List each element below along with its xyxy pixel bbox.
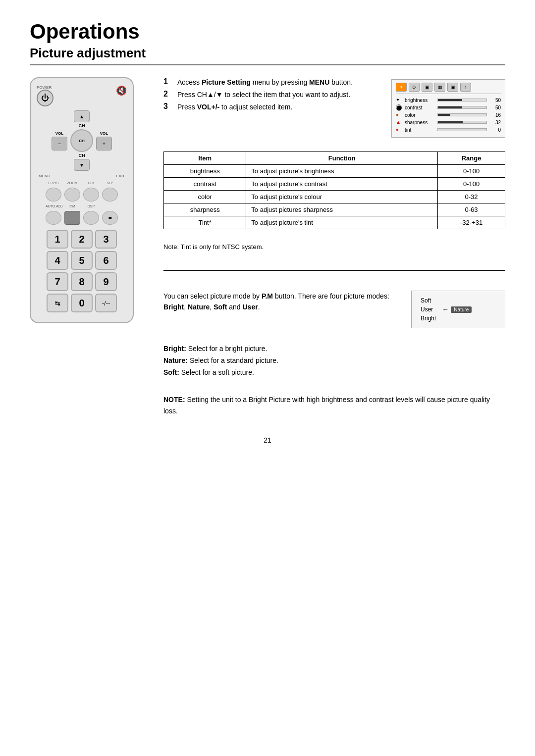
item-contrast: contrast — [164, 178, 246, 191]
menu-label-color: color — [405, 112, 434, 118]
swap-button[interactable]: ↹ — [47, 294, 68, 312]
sharpness-fill — [438, 121, 463, 123]
slp-button[interactable] — [102, 188, 118, 202]
num2-button[interactable]: 2 — [71, 230, 93, 249]
tab-sun[interactable]: ☀ — [396, 83, 407, 92]
pm-arrow-row: ← Nature — [442, 305, 472, 313]
num9-button[interactable]: 9 — [95, 272, 117, 291]
ch-down-button[interactable]: ▼ — [74, 159, 90, 171]
clk-button[interactable] — [83, 188, 99, 202]
soft-desc: Soft: Select for a soft picture. — [163, 367, 505, 379]
step-3-num: 3 — [163, 102, 172, 111]
pm-list: Soft User Bright — [420, 297, 437, 322]
pm-item-user: User — [420, 306, 437, 313]
num0-button[interactable]: 0 — [71, 294, 93, 312]
tab-grid2[interactable]: ▦ — [434, 83, 445, 92]
menu-row-sharpness: ▲ sharpness 32 — [396, 119, 501, 125]
center-ch-label: CH — [79, 139, 85, 143]
num6-button[interactable]: 6 — [95, 251, 117, 270]
adjustment-table: Item Function Range brightness To adjust… — [163, 151, 505, 229]
pm-item-soft: Soft — [420, 297, 437, 304]
autoadj-button[interactable] — [46, 211, 61, 225]
step-2-text: Press CH▲/▼ to select the item that you … — [177, 90, 350, 100]
sharpness-value: 32 — [490, 120, 501, 125]
exit-label: EXIT — [116, 174, 125, 178]
ch-label-bottom: CH — [79, 153, 85, 158]
step-1-num: 1 — [163, 77, 172, 86]
item-tint: Tint* — [164, 216, 246, 229]
tab-arrow[interactable]: ↑ — [460, 83, 471, 92]
item-brightness: brightness — [164, 165, 246, 178]
csys-label: C.SYS — [46, 181, 61, 185]
dsp-button[interactable] — [83, 211, 99, 225]
right-content: 1 Access Picture Setting menu by pressin… — [163, 77, 505, 416]
page-number: 21 — [30, 436, 505, 444]
table-header-range: Range — [438, 152, 505, 165]
btn-row1 — [37, 188, 127, 202]
autoadj-label: AUTO.ADJ — [46, 204, 61, 208]
range-brightness: 0-100 — [438, 165, 505, 178]
tint-value: 0 — [490, 127, 501, 133]
num3-button[interactable]: 3 — [95, 230, 117, 249]
menu-row-tint: ● tint 0 — [396, 127, 501, 133]
nature-desc: Nature: Select for a standard picture. — [163, 355, 505, 367]
menu-tabs: ☀ ⊙ ▣ ▦ ▣ ↑ — [396, 83, 501, 94]
tab-grid1[interactable]: ▣ — [422, 83, 432, 92]
ch-vol-cluster: ▲ CH VOL − CH VOL + CH ▼ — [37, 110, 127, 171]
power-label: POWER — [37, 85, 52, 90]
menu-label-sharpness: sharpness — [405, 120, 434, 125]
steps-menu-row: 1 Access Picture Setting menu by pressin… — [163, 77, 505, 138]
range-sharpness: 0-63 — [438, 203, 505, 216]
step-3: 3 Press VOL+/- to adjust selected item. — [163, 102, 381, 112]
table-row: brightness To adjust picture's brightnes… — [164, 165, 505, 178]
pm-intro: You can select picture mode by P.M butto… — [163, 291, 399, 313]
func-brightness: To adjust picture's brightness — [246, 165, 438, 178]
pm-selector-box: Soft User Bright ← Nature — [411, 291, 505, 328]
range-color: 0-32 — [438, 191, 505, 203]
tab-circle[interactable]: ⊙ — [409, 83, 420, 92]
pm-button[interactable] — [64, 211, 80, 225]
slp-label: SLP — [102, 181, 118, 185]
table-header-item: Item — [164, 152, 246, 165]
ch-label: CH — [79, 123, 85, 128]
step-3-text: Press VOL+/- to adjust selected item. — [177, 102, 292, 112]
num8-button[interactable]: 8 — [71, 272, 93, 291]
vol-row: VOL − CH VOL + — [37, 129, 127, 152]
num5-button[interactable]: 5 — [71, 251, 93, 270]
item-color: color — [164, 191, 246, 203]
num1-button[interactable]: 1 — [47, 230, 68, 249]
mute-icon: 🔇 — [116, 85, 127, 96]
table-row: contrast To adjust picture's contrast 0-… — [164, 178, 505, 191]
table-row: sharpness To adjust pictures sharpness 0… — [164, 203, 505, 216]
bright-desc: Bright: Select for a bright picture. — [163, 343, 505, 355]
step-2: 2 Press CH▲/▼ to select the item that yo… — [163, 90, 381, 100]
num7-button[interactable]: 7 — [47, 272, 68, 291]
num4-button[interactable]: 4 — [47, 251, 68, 270]
tab-grid3[interactable]: ▣ — [447, 83, 458, 92]
center-nav-button[interactable]: CH — [70, 129, 93, 152]
range-tint: -32-+31 — [438, 216, 505, 229]
pm-layout: You can select picture mode by P.M butto… — [163, 291, 505, 328]
menu-label-tint: tint — [405, 127, 434, 133]
brightness-value: 50 — [490, 98, 501, 103]
func-contrast: To adjust picture's contrast — [246, 178, 438, 191]
vol-label-right: VOL — [100, 131, 108, 136]
vol-plus-button[interactable]: + — [96, 137, 112, 151]
zoom-button[interactable] — [64, 188, 80, 202]
menu-label: MENU — [39, 174, 51, 178]
ch-up-button[interactable]: ▲ — [74, 110, 90, 122]
color-bar — [437, 113, 487, 116]
menu-exit-row: MENU EXIT — [37, 174, 127, 178]
vol-minus-side: VOL − — [52, 131, 67, 151]
vol-minus-button[interactable]: − — [52, 137, 67, 151]
csys-button[interactable] — [46, 188, 61, 202]
remote-control: POWER ⏻ 🔇 ▲ CH VOL − CH — [30, 77, 134, 323]
menu-row-color: ● color 16 — [396, 112, 501, 118]
table-header-function: Function — [246, 152, 438, 165]
title-divider — [30, 64, 505, 65]
func-tint: To adjust picture's tint — [246, 216, 438, 229]
dash-button[interactable]: -/-- — [95, 294, 117, 312]
brightness-bar — [437, 99, 487, 101]
spk-button[interactable]: ⇌ — [102, 211, 118, 225]
power-button[interactable]: ⏻ — [37, 90, 54, 106]
